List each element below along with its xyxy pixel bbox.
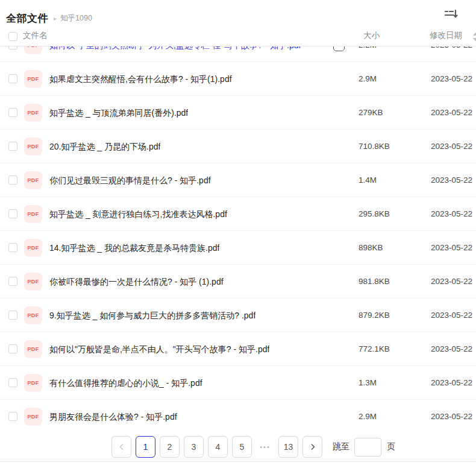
pdf-icon: PDF: [24, 171, 42, 189]
file-date: 2023-05-22: [431, 265, 472, 299]
file-date: 2023-05-22: [431, 299, 472, 332]
pdf-icon: PDF: [24, 408, 42, 426]
table-row[interactable]: PDF20.知乎盐选 _ 乃昆的下场.pdf710.8KB2023-05-22: [0, 130, 476, 163]
file-size: 2.9M: [359, 62, 377, 96]
file-date: 2023-05-22: [431, 62, 472, 96]
page-button-2[interactable]: 2: [160, 436, 180, 458]
prev-page-button[interactable]: [111, 436, 131, 458]
file-name[interactable]: 如何以"手里的剑突然断了"为开头,盐选专栏"怪"写个故事? - 知乎.pdf: [49, 46, 301, 62]
row-checkbox[interactable]: [8, 209, 17, 218]
topbar: 全部文件 ▸ 知乎1090: [0, 0, 476, 28]
pdf-icon: PDF: [24, 374, 42, 392]
column-header-name[interactable]: 文件名: [23, 30, 48, 41]
column-header-date[interactable]: 修改日期: [430, 30, 462, 41]
table-row[interactable]: PDF如何以"万般皆是命,半点不由人。"开头写个故事? - 知乎.pdf772.…: [0, 332, 476, 366]
chevron-right-icon: [309, 443, 316, 450]
file-name[interactable]: 14.知乎盐选 _ 我的总裁友竟是杀马特贵族.pdf: [49, 231, 219, 265]
bottom-divider: [0, 461, 476, 462]
file-name[interactable]: 9.知乎盐选 _ 如何参与威力巨大的拼多多营销活动? .pdf: [49, 299, 255, 332]
file-date: 2023-05-22: [431, 96, 472, 130]
file-size: 879.2KB: [359, 299, 390, 332]
row-checkbox[interactable]: [8, 277, 17, 286]
breadcrumb-separator-icon: ▸: [54, 15, 57, 22]
file-size: 710.8KB: [359, 130, 390, 163]
page-button-1[interactable]: 1: [136, 436, 155, 458]
file-size: 772.1KB: [359, 332, 390, 366]
breadcrumb[interactable]: 知乎1090: [60, 13, 92, 24]
file-name[interactable]: 你被吓得最惨的一次是什么情况? - 知乎 (1).pdf: [49, 265, 224, 299]
pagination: 12345•••13跳至页: [111, 436, 476, 458]
pagination-ellipsis: •••: [256, 436, 274, 458]
file-size: 279KB: [359, 96, 383, 130]
pdf-icon: PDF: [24, 70, 42, 88]
file-date: 2023-05-22: [431, 46, 472, 62]
share-action-icon[interactable]: [333, 46, 345, 51]
row-checkbox[interactable]: [8, 142, 17, 151]
page-button-4[interactable]: 4: [208, 436, 228, 458]
table-row[interactable]: PDF男朋友很会是什么体验? - 知乎.pdf2.9M2023-05-22: [0, 400, 476, 434]
file-date: 2023-05-22: [431, 332, 472, 366]
pdf-icon: PDF: [24, 340, 42, 358]
pdf-icon: PDF: [24, 239, 42, 257]
row-checkbox[interactable]: [8, 175, 17, 185]
table-row[interactable]: PDF有什么值得推荐的虐心的小说_ - 知乎.pdf1.3M2023-05-22: [0, 366, 476, 400]
file-name[interactable]: 有什么值得推荐的虐心的小说_ - 知乎.pdf: [49, 366, 202, 400]
table-row-clipped[interactable]: PDF 如何以"手里的剑突然断了"为开头,盐选专栏"怪"写个故事? - 知乎.p…: [0, 46, 476, 62]
file-name[interactable]: 如果虐文主突然醒悟,会有什么故事? - 知乎(1).pdf: [49, 62, 232, 96]
file-date: 2023-05-22: [431, 130, 472, 163]
file-name[interactable]: 男朋友很会是什么体验? - 知乎.pdf: [49, 400, 177, 434]
file-name[interactable]: 如何以"万般皆是命,半点不由人。"开头写个故事? - 知乎.pdf: [49, 332, 269, 366]
page-button-5[interactable]: 5: [232, 436, 252, 458]
pdf-icon: PDF: [24, 138, 42, 156]
file-size: 295.8KB: [359, 197, 390, 231]
page-button-3[interactable]: 3: [184, 436, 204, 458]
file-date: 2023-05-22: [431, 231, 472, 265]
table-row[interactable]: PDF你们见过最毁三观的事情是什么? - 知乎.pdf1.4M2023-05-2…: [0, 163, 476, 197]
table-row[interactable]: PDF知乎盐选 _ 刻意进行独白练习,找准表达风格.pdf295.8KB2023…: [0, 197, 476, 231]
file-date: 2023-05-22: [431, 197, 472, 231]
row-checkbox[interactable]: [8, 344, 17, 353]
file-date: 2023-05-22: [431, 366, 472, 400]
row-checkbox[interactable]: [8, 46, 17, 49]
file-size: 1.3M: [359, 366, 377, 400]
row-checkbox[interactable]: [8, 378, 17, 387]
row-checkbox[interactable]: [8, 108, 17, 117]
file-manager-page: 全部文件 ▸ 知乎1090 文件名 大小 修改日期: [0, 0, 476, 471]
row-checkbox[interactable]: [8, 74, 17, 83]
page-button-13[interactable]: 13: [278, 436, 298, 458]
page-unit-label: 页: [387, 441, 395, 452]
file-name[interactable]: 你们见过最毁三观的事情是什么? - 知乎.pdf: [49, 163, 211, 197]
next-page-button[interactable]: [302, 436, 322, 458]
file-list: PDF如果虐文主突然醒悟,会有什么故事? - 知乎(1).pdf2.9M2023…: [0, 62, 476, 434]
table-row[interactable]: PDF知乎盐选 _ 与顶流弟弟同居(番外).pdf279KB2023-05-22: [0, 96, 476, 130]
pdf-icon: PDF: [24, 46, 42, 54]
file-name[interactable]: 知乎盐选 _ 与顶流弟弟同居(番外).pdf: [49, 96, 188, 130]
file-date: 2023-05-22: [431, 163, 472, 197]
chevron-left-icon: [118, 443, 125, 450]
file-size: 981.8KB: [359, 265, 390, 299]
row-checkbox[interactable]: [8, 311, 17, 320]
table-header: 文件名 大小 修改日期: [0, 28, 476, 46]
file-name[interactable]: 知乎盐选 _ 刻意进行独白练习,找准表达风格.pdf: [49, 197, 227, 231]
table-row[interactable]: PDF14.知乎盐选 _ 我的总裁友竟是杀马特贵族.pdf898KB2023-0…: [0, 231, 476, 265]
select-all-checkbox[interactable]: [8, 32, 17, 41]
pdf-icon: PDF: [24, 104, 42, 122]
row-checkbox[interactable]: [8, 243, 17, 252]
column-header-size[interactable]: 大小: [363, 30, 380, 41]
table-row[interactable]: PDF9.知乎盐选 _ 如何参与威力巨大的拼多多营销活动? .pdf879.2K…: [0, 299, 476, 332]
file-size: 2.9M: [359, 400, 377, 434]
file-date: 2023-05-22: [431, 400, 472, 434]
file-name[interactable]: 20.知乎盐选 _ 乃昆的下场.pdf: [49, 130, 160, 163]
list-sort-icon[interactable]: [443, 7, 458, 21]
row-checkbox[interactable]: [8, 412, 17, 421]
jump-to-label: 跳至: [333, 441, 349, 452]
file-size: 2.2M: [359, 46, 377, 62]
table-row[interactable]: PDF你被吓得最惨的一次是什么情况? - 知乎 (1).pdf981.8KB20…: [0, 265, 476, 299]
jump-page-input[interactable]: [354, 438, 381, 457]
clipped-row-viewport: PDF 如何以"手里的剑突然断了"为开头,盐选专栏"怪"写个故事? - 知乎.p…: [0, 46, 476, 62]
sort-arrows-icon[interactable]: [472, 33, 476, 41]
pdf-icon: PDF: [24, 205, 42, 223]
table-row[interactable]: PDF如果虐文主突然醒悟,会有什么故事? - 知乎(1).pdf2.9M2023…: [0, 62, 476, 96]
file-size: 1.4M: [359, 163, 377, 197]
file-size: 898KB: [359, 231, 383, 265]
